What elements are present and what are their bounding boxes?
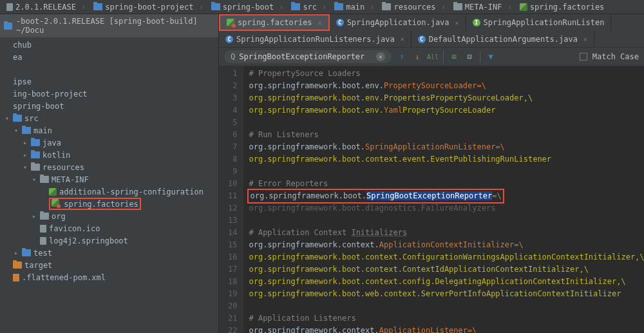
tree-node[interactable]: ▾META-INF <box>0 173 218 186</box>
code-line[interactable]: org.springframework.boot.context.config.… <box>249 276 644 288</box>
tree-node[interactable]: spring-boot <box>0 100 218 112</box>
tree-node[interactable]: additional-spring-configuration <box>0 186 218 198</box>
tab-label: spring.factories <box>238 18 312 27</box>
tree-arrow-icon[interactable]: ▸ <box>22 151 28 158</box>
search-box[interactable]: Q ✕ <box>224 50 392 63</box>
code-editor[interactable]: 12345678910111213141516171819202122 # Pr… <box>219 66 644 333</box>
tree-node[interactable]: ipse <box>0 75 218 88</box>
code-line[interactable]: org.springframework.boot.SpringBootExcep… <box>249 190 644 202</box>
xml-icon <box>13 274 19 281</box>
tree-node[interactable]: ing-boot-project <box>0 88 218 100</box>
breadcrumb-item[interactable]: spring.factories <box>516 3 614 12</box>
line-number: 6 <box>228 129 237 141</box>
tree-node[interactable]: ▾resources <box>0 161 218 173</box>
tree-arrow-icon[interactable]: ▸ <box>31 213 37 220</box>
tree-node[interactable]: ▸kotlin <box>0 149 218 161</box>
close-tab-icon[interactable]: ✕ <box>318 19 322 26</box>
tree-node[interactable]: ▸test <box>0 247 218 259</box>
tree-node[interactable]: target <box>0 259 218 271</box>
tree-label: src <box>24 114 39 123</box>
tab-label: SpringApplicationRunListen <box>484 18 605 27</box>
tree-node[interactable]: ▸java <box>0 137 218 149</box>
interface-icon: I <box>473 19 480 26</box>
remove-selection-icon[interactable]: ⊟ <box>464 52 475 62</box>
tree-label: spring.factories <box>64 200 138 209</box>
tree-arrow-icon[interactable]: ▾ <box>13 127 19 134</box>
tree-node[interactable]: ▾main <box>0 124 218 137</box>
add-selection-icon[interactable]: ⊞ <box>449 52 459 62</box>
tree-node[interactable]: log4j2.springboot <box>0 234 218 247</box>
tree-arrow-icon[interactable]: ▾ <box>31 176 37 183</box>
tree-node[interactable]: ▸org <box>0 210 218 222</box>
code-line[interactable]: org.springframework.boot.env.PropertySou… <box>249 80 644 92</box>
prev-match-icon[interactable]: ↑ <box>397 52 407 62</box>
tree-arrow-icon[interactable]: ▾ <box>4 115 10 122</box>
tree-arrow-icon[interactable]: ▾ <box>22 164 28 171</box>
tree-label: spring-boot <box>13 102 64 111</box>
breadcrumb-item[interactable]: META-INF <box>450 3 516 12</box>
tree-node[interactable]: .flattened-pom.xml <box>0 271 218 283</box>
code-line[interactable]: org.springframework.boot.context.Configu… <box>249 251 644 263</box>
editor-tab[interactable]: CDefaultApplicationArguments.java✕ <box>412 31 594 47</box>
code-line[interactable]: org.springframework.boot.web.context.Ser… <box>249 288 644 300</box>
line-number: 21 <box>228 312 237 325</box>
line-number: 22 <box>228 325 237 333</box>
editor-tab[interactable]: ISpringApplicationRunListen <box>466 14 612 31</box>
code-line[interactable]: # Application Listeners <box>249 312 644 325</box>
code-line[interactable]: org.springframework.boot.diagnostics.Fai… <box>249 202 644 214</box>
breadcrumb-item[interactable]: resources <box>378 3 449 12</box>
breadcrumb-item[interactable]: spring-boot-project <box>90 3 207 12</box>
tree-node[interactable]: favicon.ico <box>0 222 218 234</box>
code-line[interactable] <box>249 214 644 227</box>
code-line[interactable] <box>249 300 644 312</box>
tree-label: favicon.ico <box>49 224 100 233</box>
class-icon: C <box>225 35 233 43</box>
tree-node[interactable] <box>0 63 218 75</box>
breadcrumb-item[interactable]: 2.0.1.RELEASE <box>3 3 90 12</box>
code-line[interactable]: org.springframework.boot.env.YamlPropert… <box>249 104 644 117</box>
breadcrumb-item[interactable]: main <box>330 3 378 12</box>
tree-arrow-icon[interactable]: ▸ <box>22 139 28 146</box>
code-line[interactable]: org.springframework.boot.env.PropertiesP… <box>249 92 644 104</box>
code-line[interactable]: org.springframework.boot.SpringApplicati… <box>249 141 644 153</box>
close-tab-icon[interactable]: ✕ <box>583 35 587 43</box>
breadcrumb-item[interactable]: spring-boot <box>207 3 288 12</box>
folder-icon <box>13 115 22 122</box>
close-tab-icon[interactable]: ✕ <box>455 19 459 26</box>
match-case-checkbox[interactable] <box>580 53 587 61</box>
tree-node[interactable]: chub <box>0 39 218 51</box>
match-case-label: Match Case <box>592 52 639 61</box>
tree-arrow-icon[interactable]: ▸ <box>13 249 19 256</box>
code-line[interactable]: org.springframework.context.ApplicationC… <box>249 239 644 251</box>
editor-tab[interactable]: CSpringApplicationRunListeners.java✕ <box>219 31 412 47</box>
editor-tabs-row1: spring.factories✕CSpringApplication.java… <box>219 14 644 31</box>
line-number: 20 <box>228 300 237 312</box>
breadcrumb-item[interactable]: src <box>287 3 330 12</box>
tab-label: DefaultApplicationArguments.java <box>429 35 578 44</box>
code-line[interactable]: # Run Listeners <box>249 129 644 141</box>
code-lines[interactable]: # PropertySource Loadersorg.springframew… <box>243 66 644 333</box>
filter-icon[interactable]: ▼ <box>486 52 496 62</box>
code-line[interactable]: # PropertySource Loaders <box>249 68 644 80</box>
code-line[interactable]: org.springframework.context.ApplicationL… <box>249 325 644 333</box>
code-line[interactable]: # Error Reporters <box>249 178 644 190</box>
clear-search-icon[interactable]: ✕ <box>376 52 385 61</box>
code-line[interactable]: org.springframework.boot.context.event.E… <box>249 153 644 166</box>
class-icon: C <box>418 35 426 43</box>
project-title: -boot-2.0.1.RELEASE [spring-boot-build] … <box>16 17 214 35</box>
editor-tab[interactable]: CSpringApplication.java✕ <box>330 14 466 31</box>
tree-node[interactable]: spring.factories <box>0 198 218 210</box>
file-icon <box>40 225 46 233</box>
folder-icon <box>334 3 343 10</box>
select-all-icon[interactable]: All <box>428 52 438 62</box>
editor-tab[interactable]: spring.factories✕ <box>219 14 330 31</box>
code-line[interactable]: org.springframework.boot.context.Context… <box>249 263 644 276</box>
tree-node[interactable]: ▾src <box>0 112 218 124</box>
code-line[interactable] <box>249 117 644 129</box>
code-line[interactable]: # Application Context Initializers <box>249 227 644 239</box>
next-match-icon[interactable]: ↓ <box>412 52 422 62</box>
close-tab-icon[interactable]: ✕ <box>401 35 404 43</box>
search-input[interactable] <box>239 52 372 61</box>
tree-node[interactable]: ea <box>0 51 218 63</box>
code-line[interactable] <box>249 166 644 178</box>
